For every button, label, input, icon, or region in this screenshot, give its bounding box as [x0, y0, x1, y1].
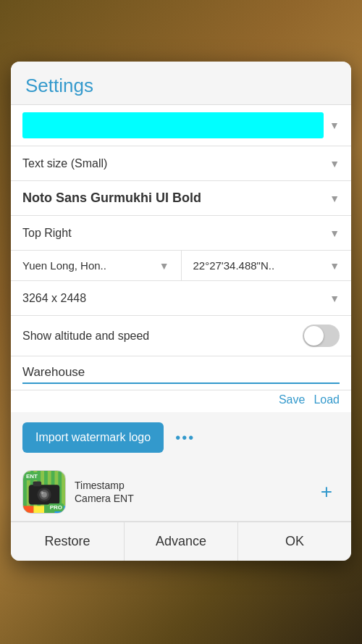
more-options-button[interactable]: ••• — [175, 430, 195, 446]
position-row[interactable]: Top Right ▼ — [11, 216, 351, 251]
color-preview-bar — [22, 112, 324, 138]
color-row[interactable]: ▼ — [11, 105, 351, 146]
location-row: Yuen Long, Hon.. ▼ 22°27'34.488"N.. ▼ — [11, 251, 351, 281]
text-size-label: Text size (Small) — [22, 157, 324, 170]
import-watermark-button[interactable]: Import watermark logo — [22, 422, 164, 453]
location-right-chevron-icon: ▼ — [329, 260, 340, 272]
import-action-row: Import watermark logo ••• — [11, 412, 351, 463]
font-label: Noto Sans Gurmukhi UI Bold — [22, 191, 324, 206]
resolution-label: 3264 x 2448 — [22, 292, 324, 305]
toggle-knob — [304, 326, 324, 346]
position-chevron-icon: ▼ — [329, 227, 340, 239]
location-right-label: 22°27'34.488"N.. — [193, 259, 324, 272]
text-size-row[interactable]: Text size (Small) ▼ — [11, 146, 351, 181]
resolution-row[interactable]: 3264 x 2448 ▼ — [11, 281, 351, 316]
font-row[interactable]: Noto Sans Gurmukhi UI Bold ▼ — [11, 181, 351, 216]
location-left-chevron-icon: ▼ — [159, 260, 169, 272]
font-chevron-icon: ▼ — [329, 193, 340, 204]
svg-point-9 — [41, 491, 43, 494]
app-row: ENT — [11, 463, 351, 522]
app-name-line2: Camera ENT — [75, 492, 305, 505]
modal-title: Settings — [25, 75, 337, 97]
altitude-toggle[interactable] — [303, 325, 340, 347]
svg-rect-11 — [34, 506, 45, 513]
resolution-chevron-icon: ▼ — [329, 293, 340, 304]
app-label: Timestamp Camera ENT — [75, 479, 305, 505]
position-label: Top Right — [22, 227, 324, 240]
load-button[interactable]: Load — [313, 393, 340, 406]
location-left-cell[interactable]: Yuen Long, Hon.. ▼ — [11, 251, 182, 280]
ok-button[interactable]: OK — [238, 522, 351, 561]
svg-rect-10 — [23, 506, 34, 513]
save-load-row: Save Load — [11, 390, 351, 412]
location-right-cell[interactable]: 22°27'34.488"N.. ▼ — [182, 251, 352, 280]
settings-modal: Settings ▼ Text size (Small) ▼ Noto Sans… — [11, 62, 351, 561]
color-chevron-icon: ▼ — [329, 120, 340, 131]
advance-button[interactable]: Advance — [125, 522, 238, 561]
altitude-toggle-row: Show altitude and speed — [11, 316, 351, 356]
altitude-label: Show altitude and speed — [22, 330, 303, 343]
watermark-text-input[interactable] — [22, 365, 340, 384]
pro-badge: PRO — [49, 503, 64, 511]
text-size-chevron-icon: ▼ — [329, 158, 340, 170]
add-app-button[interactable]: + — [313, 479, 340, 505]
location-left-label: Yuen Long, Hon.. — [22, 259, 153, 272]
save-button[interactable]: Save — [279, 393, 305, 406]
restore-button[interactable]: Restore — [11, 522, 125, 561]
modal-header: Settings — [11, 62, 351, 105]
modal-footer: Restore Advance OK — [11, 522, 351, 561]
app-name-line1: Timestamp — [75, 479, 305, 492]
ent-badge: ENT — [25, 472, 39, 480]
svg-rect-8 — [33, 482, 42, 487]
text-input-area — [11, 356, 351, 390]
app-icon: ENT — [22, 470, 66, 514]
